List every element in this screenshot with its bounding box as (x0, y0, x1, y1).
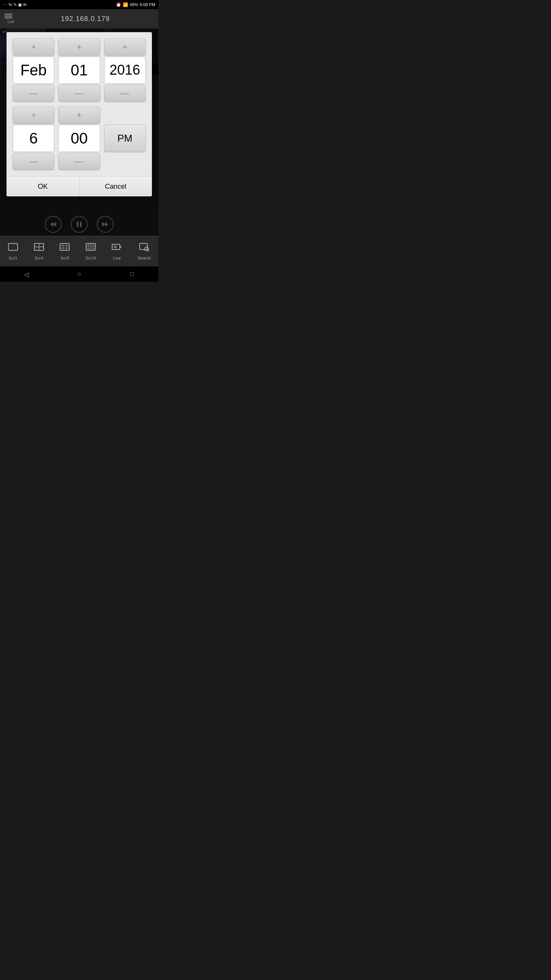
modal-overlay: + Feb — + 01 — (0, 28, 158, 236)
svg-rect-35 (114, 245, 117, 248)
plus-icon-month: + (31, 42, 36, 52)
svg-rect-36 (140, 243, 147, 250)
dialog-footer: OK Cancel (7, 176, 152, 196)
nav-item-scr16[interactable]: Scr16 (85, 243, 96, 260)
clock-icon: ⏰ (116, 2, 121, 7)
minute-decrement-button[interactable]: — (58, 153, 100, 170)
screen16-icon-svg (85, 243, 96, 252)
scr9-icon (59, 243, 70, 254)
day-spinner: + 01 — (58, 38, 100, 102)
search-nav-icon-svg (139, 243, 150, 252)
scr4-label: Scr4 (34, 256, 43, 260)
svg-rect-21 (60, 243, 69, 250)
status-right: ⏰ 📶 49% 6:08 PM (116, 2, 155, 7)
year-spinner: + 2016 — (104, 38, 146, 102)
plus-icon-minute: + (77, 110, 82, 120)
time-display: 6:08 PM (140, 2, 155, 7)
year-decrement-button[interactable]: — (104, 85, 146, 102)
scr16-label: Scr16 (85, 256, 96, 260)
month-decrement-button[interactable]: — (13, 85, 54, 102)
month-spinner: + Feb — (13, 38, 54, 102)
datetime-dialog: + Feb — + 01 — (7, 32, 152, 196)
year-increment-button[interactable]: + (104, 38, 146, 56)
status-left: ⋯ % ✎ ▣ ✉ (3, 2, 26, 7)
home-icon: ○ (77, 271, 81, 278)
scr16-icon (85, 243, 96, 254)
server-address: 192.168.0.179 (17, 15, 154, 23)
month-value: Feb (13, 56, 54, 84)
minus-icon-minute: — (75, 157, 83, 167)
battery-text: 49% (130, 2, 138, 7)
scr1-label: Scr1 (9, 256, 18, 260)
hour-increment-button[interactable]: + (13, 106, 54, 124)
signal-icon: 📶 (123, 2, 128, 7)
scr9-label: Scr9 (60, 256, 69, 260)
status-bar: ⋯ % ✎ ▣ ✉ ⏰ 📶 49% 6:08 PM (0, 0, 158, 9)
live-label: Live (113, 256, 121, 260)
list-menu-button[interactable]: List (5, 14, 17, 24)
hour-value: 6 (13, 124, 54, 152)
scr4-icon (34, 243, 44, 254)
minute-value: 00 (58, 124, 100, 152)
scr1-icon (8, 243, 18, 254)
svg-rect-17 (8, 243, 18, 250)
back-icon: ◁ (24, 271, 29, 278)
list-label: List (7, 19, 14, 24)
plus-icon-hour: + (31, 110, 36, 120)
back-button[interactable]: ◁ (20, 268, 33, 280)
search-nav-icon (139, 243, 150, 254)
ok-button[interactable]: OK (7, 176, 80, 196)
minute-spinner: + 00 — (58, 106, 100, 170)
plus-icon-year: + (122, 42, 127, 52)
dialog-body: + Feb — + 01 — (7, 32, 152, 176)
nav-item-scr9[interactable]: Scr9 (59, 243, 70, 260)
search-label: Search (137, 256, 151, 260)
app-header: List 192.168.0.179 (0, 9, 158, 28)
recent-apps-button[interactable]: □ (126, 268, 138, 280)
time-spinner-row: + 6 — + 00 — (13, 106, 146, 170)
minus-icon-day: — (75, 88, 83, 98)
day-decrement-button[interactable]: — (58, 85, 100, 102)
plus-icon-day: + (77, 42, 82, 52)
minus-icon-year: — (121, 88, 129, 98)
minus-icon-month: — (29, 88, 38, 98)
nav-item-live[interactable]: Live (111, 243, 122, 260)
svg-line-38 (148, 250, 149, 251)
live-icon (111, 243, 122, 254)
cancel-button[interactable]: Cancel (80, 176, 152, 196)
minute-increment-button[interactable]: + (58, 106, 100, 124)
day-increment-button[interactable]: + (58, 38, 100, 56)
screen1-icon-svg (8, 243, 18, 252)
system-nav-bar: ◁ ○ □ (0, 266, 158, 282)
date-spinner-row: + Feb — + 01 — (13, 38, 146, 102)
ampm-group: PM (104, 106, 146, 152)
screen4-icon-svg (34, 243, 44, 252)
month-increment-button[interactable]: + (13, 38, 54, 56)
hour-decrement-button[interactable]: — (13, 153, 54, 170)
notification-icons: ⋯ % ✎ ▣ ✉ (3, 2, 26, 7)
home-button[interactable]: ○ (73, 268, 85, 280)
ampm-toggle-button[interactable]: PM (104, 124, 146, 152)
minus-icon-hour: — (29, 157, 38, 167)
nav-item-scr4[interactable]: Scr4 (34, 243, 44, 260)
day-value: 01 (58, 56, 100, 84)
hamburger-icon (5, 14, 12, 18)
screen9-icon-svg (59, 243, 70, 252)
svg-marker-34 (120, 246, 122, 248)
hour-spinner: + 6 — (13, 106, 54, 170)
recent-icon: □ (130, 271, 134, 278)
year-value: 2016 (104, 56, 146, 84)
nav-item-search[interactable]: Search (137, 243, 151, 260)
live-icon-svg (111, 243, 122, 252)
bottom-nav: Scr1 Scr4 Scr9 (0, 236, 158, 266)
nav-item-scr1[interactable]: Scr1 (8, 243, 18, 260)
